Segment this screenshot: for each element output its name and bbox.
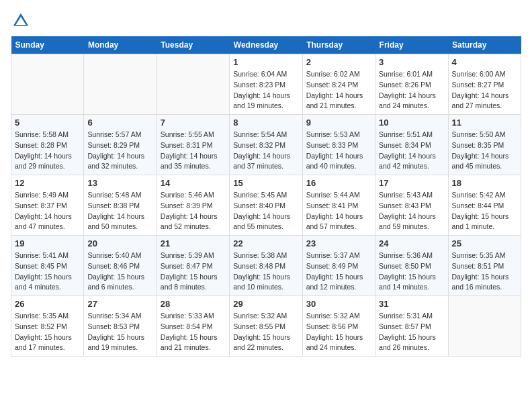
day-info: Sunrise: 5:51 AMSunset: 8:34 PMDaylight:… [379, 130, 444, 172]
day-info: Sunrise: 5:44 AMSunset: 8:41 PMDaylight:… [306, 190, 371, 232]
day-info: Sunrise: 5:49 AMSunset: 8:37 PMDaylight:… [15, 190, 80, 232]
col-header-wednesday: Wednesday [230, 36, 302, 54]
day-info: Sunrise: 6:01 AMSunset: 8:26 PMDaylight:… [379, 69, 444, 111]
calendar-cell: 25Sunrise: 5:35 AMSunset: 8:51 PMDayligh… [448, 236, 521, 296]
day-number: 6 [87, 118, 152, 128]
day-number: 20 [87, 238, 152, 248]
day-info: Sunrise: 5:32 AMSunset: 8:55 PMDaylight:… [233, 311, 298, 353]
calendar-cell: 27Sunrise: 5:34 AMSunset: 8:53 PMDayligh… [84, 296, 157, 357]
day-number: 4 [452, 57, 517, 67]
calendar-cell: 13Sunrise: 5:48 AMSunset: 8:38 PMDayligh… [84, 175, 157, 236]
calendar-cell: 9Sunrise: 5:53 AMSunset: 8:33 PMDaylight… [302, 115, 375, 175]
calendar-cell: 2Sunrise: 6:02 AMSunset: 8:24 PMDaylight… [302, 54, 375, 115]
day-info: Sunrise: 5:45 AMSunset: 8:40 PMDaylight:… [233, 190, 298, 232]
day-number: 12 [15, 178, 80, 188]
calendar-cell: 7Sunrise: 5:55 AMSunset: 8:31 PMDaylight… [157, 115, 229, 175]
day-info: Sunrise: 5:33 AMSunset: 8:54 PMDaylight:… [161, 311, 226, 353]
calendar-cell: 11Sunrise: 5:50 AMSunset: 8:35 PMDayligh… [448, 115, 521, 175]
day-number: 18 [452, 178, 517, 188]
day-number: 9 [306, 118, 371, 128]
day-info: Sunrise: 5:48 AMSunset: 8:38 PMDaylight:… [87, 190, 152, 232]
day-info: Sunrise: 6:04 AMSunset: 8:23 PMDaylight:… [233, 69, 298, 111]
logo [11, 11, 34, 31]
logo-icon [11, 11, 31, 31]
calendar-cell: 31Sunrise: 5:31 AMSunset: 8:57 PMDayligh… [375, 296, 448, 357]
day-number: 14 [161, 178, 226, 188]
col-header-monday: Monday [84, 36, 157, 54]
week-row: 5Sunrise: 5:58 AMSunset: 8:28 PMDaylight… [11, 115, 521, 175]
day-info: Sunrise: 5:46 AMSunset: 8:39 PMDaylight:… [161, 190, 226, 232]
calendar-cell: 1Sunrise: 6:04 AMSunset: 8:23 PMDaylight… [230, 54, 302, 115]
col-header-thursday: Thursday [302, 36, 375, 54]
day-number: 2 [306, 57, 371, 67]
calendar-table: SundayMondayTuesdayWednesdayThursdayFrid… [11, 36, 521, 357]
calendar-cell: 19Sunrise: 5:41 AMSunset: 8:45 PMDayligh… [11, 236, 84, 296]
day-number: 29 [233, 299, 298, 309]
day-info: Sunrise: 6:02 AMSunset: 8:24 PMDaylight:… [306, 69, 371, 111]
calendar-cell: 16Sunrise: 5:44 AMSunset: 8:41 PMDayligh… [302, 175, 375, 236]
calendar-cell: 29Sunrise: 5:32 AMSunset: 8:55 PMDayligh… [230, 296, 302, 357]
page-header [11, 11, 521, 31]
col-header-friday: Friday [375, 36, 448, 54]
day-number: 15 [233, 178, 298, 188]
calendar-cell: 24Sunrise: 5:36 AMSunset: 8:50 PMDayligh… [375, 236, 448, 296]
day-number: 10 [379, 118, 444, 128]
calendar-cell: 17Sunrise: 5:43 AMSunset: 8:43 PMDayligh… [375, 175, 448, 236]
week-row: 12Sunrise: 5:49 AMSunset: 8:37 PMDayligh… [11, 175, 521, 236]
day-number: 21 [161, 238, 226, 248]
day-info: Sunrise: 5:40 AMSunset: 8:46 PMDaylight:… [87, 250, 152, 293]
calendar-cell: 28Sunrise: 5:33 AMSunset: 8:54 PMDayligh… [157, 296, 229, 357]
day-info: Sunrise: 5:57 AMSunset: 8:29 PMDaylight:… [87, 130, 152, 172]
calendar-cell: 4Sunrise: 6:00 AMSunset: 8:27 PMDaylight… [448, 54, 521, 115]
col-header-sunday: Sunday [11, 36, 84, 54]
calendar-cell: 21Sunrise: 5:39 AMSunset: 8:47 PMDayligh… [157, 236, 229, 296]
day-info: Sunrise: 5:54 AMSunset: 8:32 PMDaylight:… [233, 130, 298, 172]
day-number: 3 [379, 57, 444, 67]
day-number: 22 [233, 238, 298, 248]
calendar-cell [84, 54, 157, 115]
day-info: Sunrise: 5:41 AMSunset: 8:45 PMDaylight:… [15, 250, 80, 293]
calendar-cell: 20Sunrise: 5:40 AMSunset: 8:46 PMDayligh… [84, 236, 157, 296]
day-info: Sunrise: 5:35 AMSunset: 8:51 PMDaylight:… [452, 250, 517, 293]
day-info: Sunrise: 5:42 AMSunset: 8:44 PMDaylight:… [452, 190, 517, 232]
day-number: 19 [15, 238, 80, 248]
day-number: 25 [452, 238, 517, 248]
calendar-cell: 8Sunrise: 5:54 AMSunset: 8:32 PMDaylight… [230, 115, 302, 175]
calendar-cell: 14Sunrise: 5:46 AMSunset: 8:39 PMDayligh… [157, 175, 229, 236]
calendar-cell: 3Sunrise: 6:01 AMSunset: 8:26 PMDaylight… [375, 54, 448, 115]
col-header-tuesday: Tuesday [157, 36, 229, 54]
day-info: Sunrise: 5:36 AMSunset: 8:50 PMDaylight:… [379, 250, 444, 293]
week-row: 1Sunrise: 6:04 AMSunset: 8:23 PMDaylight… [11, 54, 521, 115]
calendar-cell: 23Sunrise: 5:37 AMSunset: 8:49 PMDayligh… [302, 236, 375, 296]
calendar-cell: 18Sunrise: 5:42 AMSunset: 8:44 PMDayligh… [448, 175, 521, 236]
day-number: 28 [161, 299, 226, 309]
day-number: 16 [306, 178, 371, 188]
calendar-cell: 30Sunrise: 5:32 AMSunset: 8:56 PMDayligh… [302, 296, 375, 357]
day-info: Sunrise: 5:58 AMSunset: 8:28 PMDaylight:… [15, 130, 80, 172]
day-info: Sunrise: 5:38 AMSunset: 8:48 PMDaylight:… [233, 250, 298, 293]
calendar-cell: 10Sunrise: 5:51 AMSunset: 8:34 PMDayligh… [375, 115, 448, 175]
day-info: Sunrise: 5:53 AMSunset: 8:33 PMDaylight:… [306, 130, 371, 172]
calendar-cell: 15Sunrise: 5:45 AMSunset: 8:40 PMDayligh… [230, 175, 302, 236]
day-number: 26 [15, 299, 80, 309]
week-row: 19Sunrise: 5:41 AMSunset: 8:45 PMDayligh… [11, 236, 521, 296]
day-info: Sunrise: 5:31 AMSunset: 8:57 PMDaylight:… [379, 311, 444, 353]
calendar-cell [448, 296, 521, 357]
day-info: Sunrise: 5:50 AMSunset: 8:35 PMDaylight:… [452, 130, 517, 172]
calendar-cell: 6Sunrise: 5:57 AMSunset: 8:29 PMDaylight… [84, 115, 157, 175]
col-header-saturday: Saturday [448, 36, 521, 54]
day-number: 8 [233, 118, 298, 128]
calendar-cell: 12Sunrise: 5:49 AMSunset: 8:37 PMDayligh… [11, 175, 84, 236]
day-info: Sunrise: 5:34 AMSunset: 8:53 PMDaylight:… [87, 311, 152, 353]
header-row: SundayMondayTuesdayWednesdayThursdayFrid… [11, 36, 521, 54]
day-number: 17 [379, 178, 444, 188]
day-number: 11 [452, 118, 517, 128]
day-number: 1 [233, 57, 298, 67]
day-number: 24 [379, 238, 444, 248]
day-info: Sunrise: 5:55 AMSunset: 8:31 PMDaylight:… [161, 130, 226, 172]
day-number: 30 [306, 299, 371, 309]
day-info: Sunrise: 5:35 AMSunset: 8:52 PMDaylight:… [15, 311, 80, 353]
calendar-cell: 5Sunrise: 5:58 AMSunset: 8:28 PMDaylight… [11, 115, 84, 175]
day-number: 7 [161, 118, 226, 128]
day-number: 27 [87, 299, 152, 309]
